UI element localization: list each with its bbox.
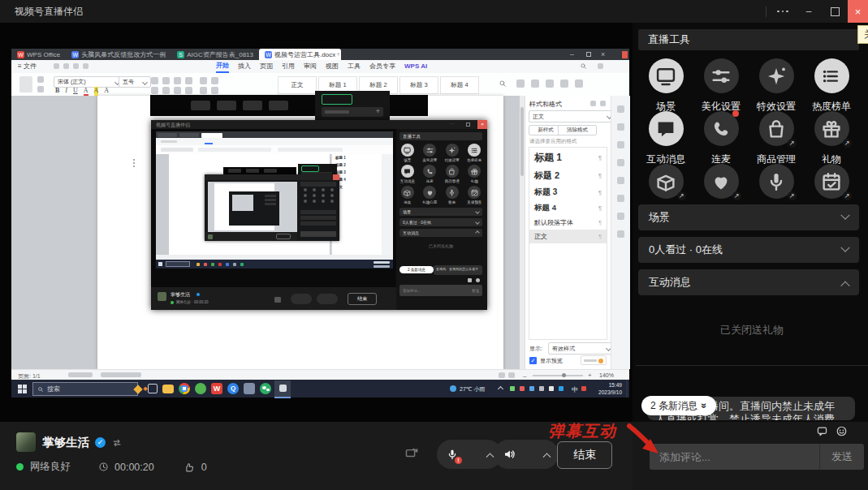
mini-overlay-band [223,167,296,174]
live-tool-button[interactable]: 商品管理 [749,111,804,154]
align-center-icon [162,87,170,94]
strip-icon-2 [617,123,624,131]
close-button[interactable]: × [848,0,868,23]
live-tool-button[interactable]: 互动消息 [638,111,693,154]
live-tool-button[interactable]: 特效设置 [749,58,804,101]
comment-input[interactable] [650,451,819,463]
section-bar[interactable]: 场景 [638,204,859,230]
live-tool-button[interactable]: 连麦 [693,111,749,154]
chrome-icon [179,383,190,394]
nested-bottombar: 掌够生活 网络良好 · 00:00:20 结束 [151,287,396,310]
comment-bar: 发送 [650,444,864,470]
styles-panel-title: 样式和格式 [529,100,562,109]
nested-close-icon: × [477,120,487,129]
tray-expand-icon [498,386,503,392]
mic-button[interactable]: ! [437,440,502,469]
nested-window-title: 视频号直播伴侣 [156,122,190,129]
nested-titlebar: 视频号直播伴侣 ··· × [151,120,487,129]
nested-tool: 特效设置 [441,144,464,163]
strip-icon-7 [617,213,624,220]
mini-wps-menubar [156,138,393,145]
number-list-icon [162,77,170,84]
toolbar-more-icon-3 [546,80,554,88]
network-status: 网络良好 [30,460,71,474]
live-tool-button[interactable]: 抽奖 [638,164,693,207]
goods-icon [446,165,459,178]
annotation-text: 弹幕互动 [548,420,616,442]
notice-icon [468,186,481,199]
view-mode-icon-2 [508,372,515,378]
more-menu-button[interactable] [770,0,796,23]
song-icon [759,164,794,199]
strip-icon-6 [617,195,624,202]
effects-icon [759,58,794,93]
speaker-button[interactable] [494,440,559,469]
nested-tool: 抽奖 [396,186,419,205]
end-stream-button[interactable]: 结束 [557,441,612,469]
nested-section-bar: 0人看过 · 0在线 [399,218,482,226]
wps-restore-icon [586,52,591,57]
tools-grid: 场景 美化设置 特效设置 热度榜单 互动消息 [638,58,859,207]
swap-icon[interactable] [111,437,123,449]
capture-marker [622,51,628,58]
wps-doc-icon [17,51,24,58]
clear-format-button: 清除格式 [558,125,597,135]
wps-document-tab: WPS Office [11,49,66,60]
live-tool-button[interactable]: 直播预告 [804,164,859,207]
live-tool-button[interactable]: 美化设置 [693,58,749,101]
double-chevron-down-icon: » [698,403,710,409]
indent-icon [174,77,181,84]
mini-wps-tabbar [156,131,393,138]
section-bar[interactable]: 0人看过 · 0在线 [638,237,859,263]
tray-icon-2 [520,386,525,391]
level2-tool-dot [322,188,325,191]
start-button-icon [18,385,27,393]
chevron-icon [840,243,849,252]
overlay-button-1 [191,101,210,110]
close-tooltip: 关 [857,25,868,44]
goods-icon [759,111,794,146]
tools-header: 直播工具 [638,29,859,50]
chat-icon[interactable] [816,425,828,437]
speaker-options-chevron-icon[interactable] [543,453,551,461]
live-tool-button[interactable]: 场景 [638,58,693,101]
screen-share-icon[interactable] [404,445,420,460]
add-source-row: + [322,107,383,117]
gift-disabled-notice: 已关闭送礼物 [636,323,868,337]
nested-new-messages-pill: 2 条新消息 [399,266,434,273]
mic-options-chevron-icon[interactable] [486,453,494,461]
align-right-icon [174,87,181,94]
live-tool-button[interactable]: 歌单 [749,164,804,207]
selected-source-chip [322,94,352,105]
mini-style-item: 标题 2 [332,161,382,169]
clear-format-icon [37,86,44,92]
live-tool-button[interactable]: 礼物 [804,111,859,154]
mini-style-item: 标题 4 [332,176,382,183]
live-tool-button[interactable]: 热度榜单 [804,58,859,101]
minimize-button[interactable]: – [796,0,822,23]
ribbon-tab: 页面 [260,61,273,72]
call-icon [423,165,436,178]
section-bar[interactable]: 互动消息 [638,269,859,295]
new-messages-pill[interactable]: 2 条新消息 » [641,396,716,415]
ribbon-tab: WPS AI [404,61,427,72]
format-painter-icon [37,76,44,83]
maximize-button[interactable] [822,0,848,23]
smiley-icon[interactable] [836,425,848,437]
ime-indicator: 中 [572,385,578,394]
nested-status-line: 网络良好 · 00:00:20 [176,300,209,304]
status-placeholder-2 [101,372,141,377]
send-button[interactable]: 发送 [819,444,864,470]
live-tool-button[interactable]: 礼物心愿 [693,164,749,207]
call-icon [704,111,739,146]
notes-app-icon [244,383,255,394]
level2-tool-dot [313,194,316,197]
wps-doc-icon [71,51,79,58]
stream-preview[interactable]: WPS Office 头脑风暴式反馈批改方式一例 AIGC资产报告表_0813 … [11,49,629,398]
level2-tool-dot [313,188,316,191]
shading-icon [211,77,218,84]
mini-taskbar [156,260,393,269]
styles-list: 标题 1标题 2标题 3标题 4默认段落字体正文 [529,147,607,340]
sort-icon [200,77,207,84]
weather-tray: 27℃ 小雨 [460,385,486,393]
